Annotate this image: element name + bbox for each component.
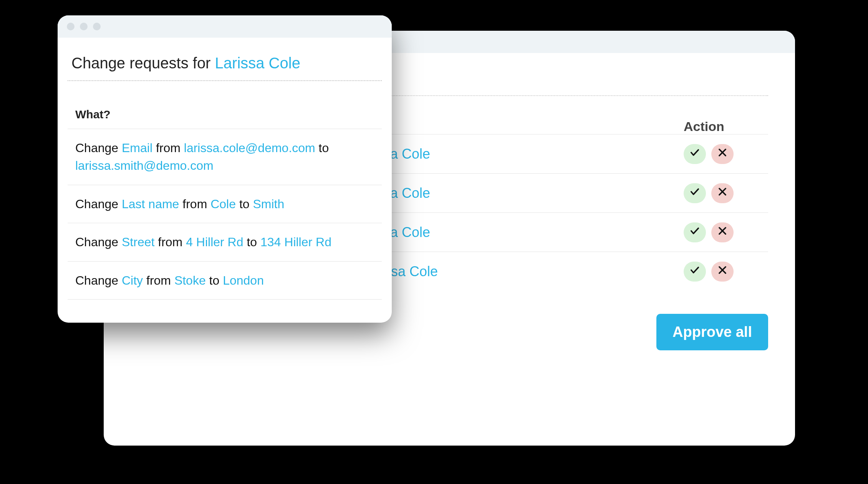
traffic-light-icon — [80, 23, 88, 30]
approve-button[interactable] — [684, 183, 706, 203]
change-to-value: Smith — [253, 197, 284, 211]
traffic-light-icon — [67, 23, 75, 30]
change-field: Email — [122, 141, 156, 155]
column-header-action: Action — [684, 119, 768, 134]
change-row: Change Last name from Cole to Smith — [68, 185, 382, 223]
change-from-value: 4 Hiller Rd — [186, 235, 247, 249]
page-title: Change requests for Larissa Cole — [68, 55, 382, 80]
change-row: Change Email from larissa.cole@demo.com … — [68, 129, 382, 185]
change-row: Change City from Stoke to London — [68, 261, 382, 300]
close-icon — [717, 147, 728, 161]
approve-button[interactable] — [684, 222, 706, 242]
check-icon — [689, 225, 700, 239]
change-row: Change Street from 4 Hiller Rd to 134 Hi… — [68, 223, 382, 261]
person-link[interactable]: Larissa Cole — [215, 55, 300, 71]
approve-button[interactable] — [684, 262, 706, 282]
close-icon — [717, 265, 728, 278]
column-header-what: What? — [75, 108, 378, 121]
to-word: to — [319, 141, 329, 155]
close-icon — [717, 186, 728, 200]
from-word: from — [156, 141, 184, 155]
to-word: to — [247, 235, 260, 249]
from-word: from — [158, 235, 186, 249]
reject-button[interactable] — [711, 144, 734, 164]
approve-button[interactable] — [684, 144, 706, 164]
change-to-value: 134 Hiller Rd — [260, 235, 331, 249]
change-requests-window: Change requests for Larissa Cole What? C… — [58, 15, 392, 323]
change-to-value: London — [223, 273, 264, 287]
reject-button[interactable] — [711, 222, 734, 242]
change-field: Last name — [122, 197, 182, 211]
approve-all-button[interactable]: Approve all — [656, 314, 768, 350]
change-from-value: Stoke — [174, 273, 209, 287]
change-verb: Change — [75, 197, 122, 211]
divider — [68, 80, 382, 81]
change-from-value: larissa.cole@demo.com — [184, 141, 319, 155]
from-word: from — [146, 273, 174, 287]
reject-button[interactable] — [711, 183, 734, 203]
to-word: to — [209, 273, 223, 287]
change-field: City — [122, 273, 146, 287]
to-word: to — [239, 197, 253, 211]
change-to-value: larissa.smith@demo.com — [75, 159, 214, 172]
change-verb: Change — [75, 141, 122, 155]
window-titlebar — [58, 15, 392, 38]
change-verb: Change — [75, 273, 122, 287]
check-icon — [689, 186, 700, 200]
from-word: from — [182, 197, 210, 211]
reject-button[interactable] — [711, 262, 734, 282]
change-list: Change Email from larissa.cole@demo.com … — [68, 129, 382, 300]
title-prefix: Change requests for — [71, 55, 215, 71]
check-icon — [689, 265, 700, 278]
close-icon — [717, 225, 728, 239]
change-verb: Change — [75, 235, 122, 249]
change-field: Street — [122, 235, 158, 249]
traffic-light-icon — [93, 23, 101, 30]
check-icon — [689, 147, 700, 161]
change-from-value: Cole — [210, 197, 239, 211]
